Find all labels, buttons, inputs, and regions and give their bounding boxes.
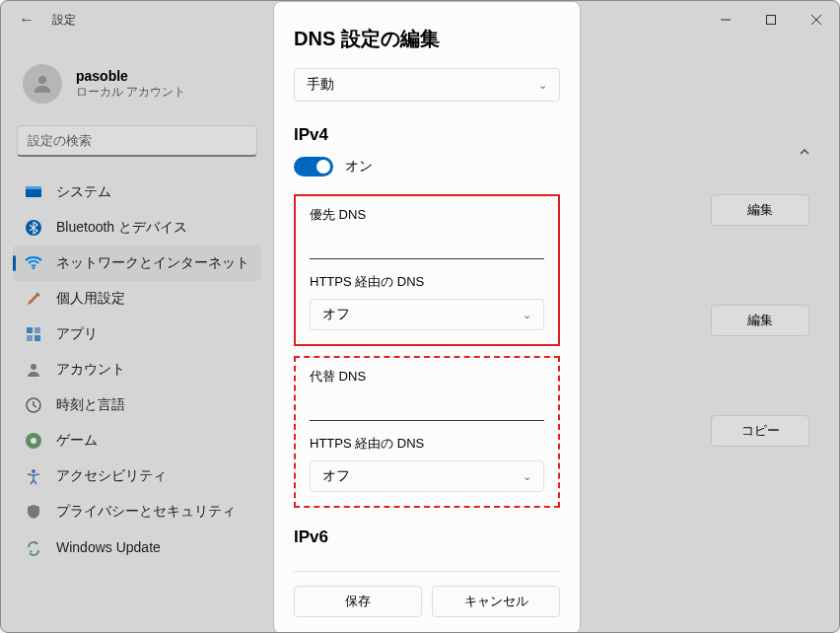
mode-dropdown[interactable]: 手動 ⌄ <box>294 68 560 102</box>
cancel-button[interactable]: キャンセル <box>432 586 560 617</box>
dns-settings-modal: DNS 設定の編集 手動 ⌄ IPv4 オン 優先 DNS HTTPS 経由の … <box>273 1 581 633</box>
https-dns-label-2: HTTPS 経由の DNS <box>310 435 544 453</box>
alternate-dns-input[interactable] <box>310 393 544 421</box>
toggle-label: オン <box>345 158 373 176</box>
https-dns-value: オフ <box>322 306 350 323</box>
ipv6-heading: IPv6 <box>294 528 560 547</box>
https-dns-value-2: オフ <box>322 467 350 485</box>
https-dns-label: HTTPS 経由の DNS <box>310 273 544 291</box>
modal-footer: 保存 キャンセル <box>294 571 560 617</box>
ipv4-toggle[interactable] <box>294 157 333 176</box>
preferred-dns-label: 優先 DNS <box>310 206 544 224</box>
alternate-dns-box: 代替 DNS HTTPS 経由の DNS オフ ⌄ <box>294 356 560 508</box>
https-dns-dropdown[interactable]: オフ ⌄ <box>310 299 544 330</box>
alternate-dns-label: 代替 DNS <box>310 368 544 386</box>
ipv4-heading: IPv4 <box>294 125 560 145</box>
preferred-dns-input[interactable] <box>310 232 544 259</box>
preferred-dns-box: 優先 DNS HTTPS 経由の DNS オフ ⌄ <box>294 194 560 346</box>
save-button[interactable]: 保存 <box>294 586 422 617</box>
chevron-down-icon: ⌄ <box>523 309 531 321</box>
ipv4-toggle-row: オン <box>294 157 560 176</box>
chevron-down-icon: ⌄ <box>523 470 531 483</box>
https-dns-dropdown-2[interactable]: オフ ⌄ <box>310 460 544 492</box>
mode-value: 手動 <box>307 76 334 94</box>
modal-title: DNS 設定の編集 <box>294 26 560 52</box>
chevron-down-icon: ⌄ <box>538 79 547 92</box>
